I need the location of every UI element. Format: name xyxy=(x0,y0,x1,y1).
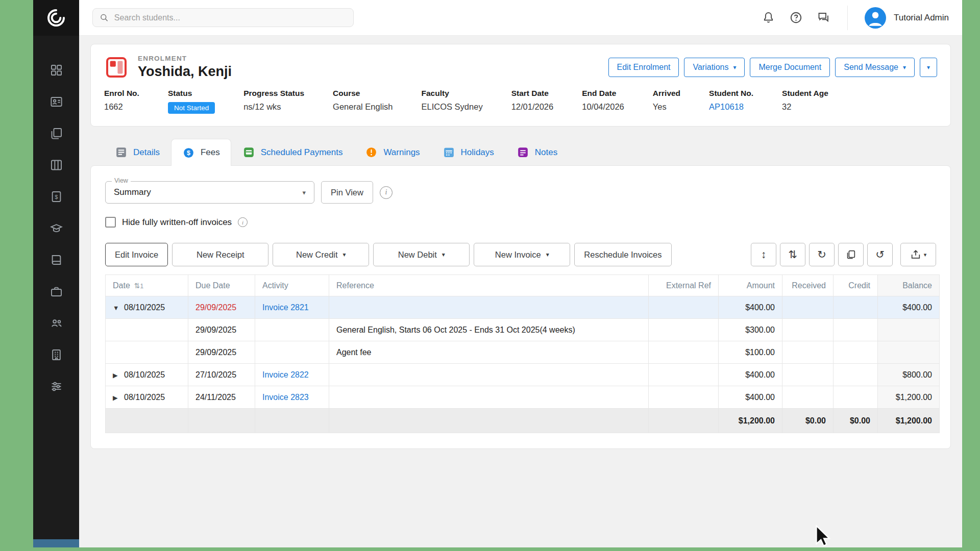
cell-credit xyxy=(834,341,878,364)
cell-activity: Invoice 2822 xyxy=(255,364,329,386)
sidebar-item-organisation[interactable] xyxy=(48,347,64,362)
search-input[interactable] xyxy=(114,13,347,22)
notes-icon xyxy=(517,146,529,159)
tab-label: Scheduled Payments xyxy=(261,147,343,158)
sidebar-item-academics[interactable] xyxy=(48,220,64,236)
column-header-reference[interactable]: Reference xyxy=(329,275,649,296)
field-status: StatusNot Started xyxy=(168,89,215,114)
field-end-date: End Date10/04/2026 xyxy=(582,89,624,114)
field-student-age: Student Age32 xyxy=(782,89,828,114)
tab-holidays[interactable]: Holidays xyxy=(431,139,505,165)
cell-amount: $100.00 xyxy=(719,341,782,364)
merge-document-label: Merge Document xyxy=(758,63,821,72)
cell-reference: Agent fee xyxy=(329,341,649,364)
totals-empty-cell xyxy=(188,409,255,433)
view-select-label: View xyxy=(112,177,131,184)
copy-icon xyxy=(845,249,856,260)
new-debit-button[interactable]: New Debit▾ xyxy=(373,243,470,266)
sidebar-item-finance[interactable]: $ xyxy=(48,189,64,204)
total-amount: $1,200.00 xyxy=(719,409,782,433)
invoice-link[interactable]: Invoice 2822 xyxy=(262,370,309,379)
collapse-all-rows-button[interactable]: ⇅ xyxy=(780,243,805,266)
tab-fees[interactable]: $ Fees xyxy=(171,139,231,166)
row-collapse-caret[interactable]: ▼ xyxy=(113,305,124,312)
send-message-button[interactable]: Send Message▾ xyxy=(835,58,915,77)
tab-notes[interactable]: Notes xyxy=(505,139,569,165)
table-header-row: Date⇅1 Due Date Activity Reference Exter… xyxy=(106,275,940,296)
topbar-divider xyxy=(847,6,848,30)
tab-details[interactable]: Details xyxy=(104,139,171,165)
edit-invoice-label: Edit Invoice xyxy=(115,250,158,260)
reschedule-invoices-button[interactable]: Reschedule Invoices xyxy=(574,243,671,266)
hide-writeoff-checkbox[interactable] xyxy=(105,217,116,228)
new-credit-button[interactable]: New Credit▾ xyxy=(273,243,369,266)
new-invoice-button[interactable]: New Invoice▾ xyxy=(474,243,570,266)
edit-invoice-button[interactable]: Edit Invoice xyxy=(105,243,168,266)
dashboard-icon xyxy=(50,63,63,77)
copy-button[interactable] xyxy=(838,243,864,266)
hide-writeoff-info-icon[interactable]: i xyxy=(238,217,248,227)
row-expand-caret[interactable]: ▶ xyxy=(113,394,124,402)
column-header-credit[interactable]: Credit xyxy=(834,275,878,296)
view-select[interactable]: View Summary ▾ xyxy=(105,181,314,204)
column-header-balance[interactable]: Balance xyxy=(878,275,940,296)
column-header-due-date[interactable]: Due Date xyxy=(188,275,255,296)
sidebar-item-contacts[interactable] xyxy=(48,94,64,109)
more-actions-button[interactable]: ▾ xyxy=(920,58,937,77)
student-no-link[interactable]: AP10618 xyxy=(709,102,744,111)
column-header-date[interactable]: Date⇅1 xyxy=(106,275,188,296)
cell-date: ▶08/10/2025 xyxy=(106,386,188,409)
sidebar-bottom-accent xyxy=(33,539,79,547)
view-info-icon[interactable]: i xyxy=(380,186,393,199)
invoice-link[interactable]: Invoice 2821 xyxy=(262,303,309,312)
variations-button[interactable]: Variations▾ xyxy=(684,58,745,77)
column-header-activity[interactable]: Activity xyxy=(255,275,329,296)
cell-external-ref xyxy=(649,364,719,386)
column-label: Activity xyxy=(262,281,288,290)
field-label: Student No. xyxy=(709,89,753,98)
export-button[interactable]: ▾ xyxy=(900,243,936,266)
notifications-bell-icon[interactable] xyxy=(762,11,775,24)
cell-received xyxy=(782,386,834,409)
history-button[interactable]: ↺ xyxy=(867,243,893,266)
search-box[interactable] xyxy=(92,8,354,27)
sidebar-item-dashboard[interactable] xyxy=(48,62,64,78)
chat-icon[interactable] xyxy=(817,11,830,24)
chevron-down-icon: ▾ xyxy=(343,251,346,258)
help-icon[interactable] xyxy=(789,11,803,24)
enrolment-card: ENROLMENT Yoshida, Kenji Edit Enrolment … xyxy=(90,44,951,127)
pin-view-button[interactable]: Pin View xyxy=(321,181,373,204)
sidebar-item-services[interactable] xyxy=(48,284,64,299)
user-menu[interactable]: Tutorial Admin xyxy=(865,7,949,29)
sidebar-item-agents[interactable] xyxy=(48,315,64,331)
history-icon: ↺ xyxy=(875,248,885,261)
edit-enrolment-button[interactable]: Edit Enrolment xyxy=(608,58,679,77)
cell-activity xyxy=(255,319,329,341)
sidebar-item-settings[interactable] xyxy=(48,379,64,394)
tab-scheduled-payments[interactable]: Scheduled Payments xyxy=(231,139,354,165)
sidebar-item-documents[interactable] xyxy=(48,126,64,141)
refresh-button[interactable]: ↻ xyxy=(809,243,835,266)
expand-all-rows-button[interactable]: ↕ xyxy=(751,243,776,266)
chevron-down-icon: ▾ xyxy=(442,251,445,258)
merge-document-button[interactable]: Merge Document xyxy=(750,58,830,77)
board-columns-icon xyxy=(50,158,63,172)
briefcase-icon xyxy=(50,285,63,298)
sidebar-item-courses[interactable] xyxy=(48,252,64,267)
new-receipt-button[interactable]: New Receipt xyxy=(172,243,268,266)
invoice-link[interactable]: Invoice 2823 xyxy=(262,393,309,402)
column-header-received[interactable]: Received xyxy=(782,275,834,296)
cell-date xyxy=(106,341,188,364)
sidebar-item-boards[interactable] xyxy=(48,157,64,172)
cell-balance xyxy=(878,341,940,364)
date-value: 08/10/2025 xyxy=(124,370,165,379)
app-logo[interactable] xyxy=(33,0,79,36)
cell-balance: $400.00 xyxy=(878,296,940,319)
column-header-external-ref[interactable]: External Ref xyxy=(649,275,719,296)
row-expand-caret[interactable]: ▶ xyxy=(113,371,124,379)
student-name: Yoshida, Kenji xyxy=(138,64,232,80)
column-header-amount[interactable]: Amount xyxy=(719,275,782,296)
tab-warnings[interactable]: Warnings xyxy=(354,139,431,165)
main-area: Tutorial Admin ENROLMENT Yoshida, Kenji … xyxy=(79,0,962,547)
new-receipt-label: New Receipt xyxy=(197,250,244,260)
